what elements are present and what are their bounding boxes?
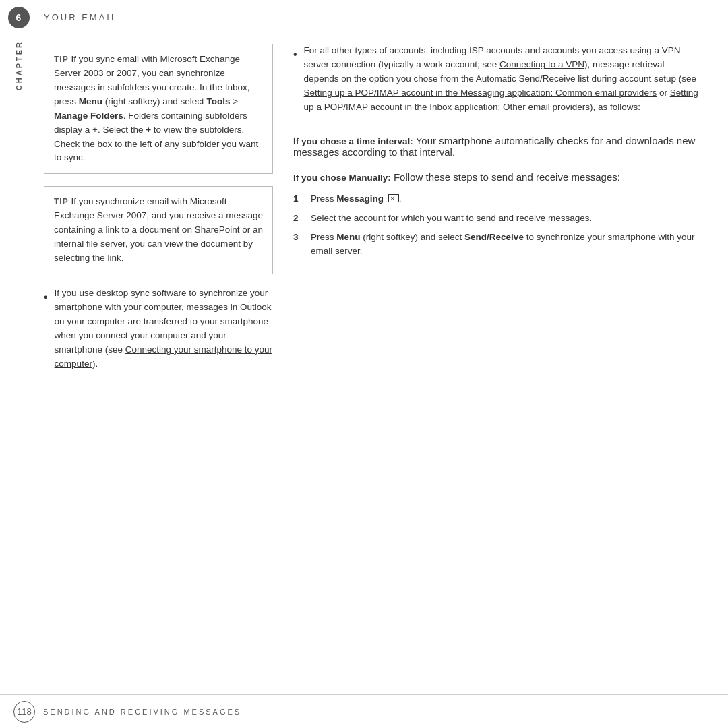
main-content: TIP If you sync email with Microsoft Exc… [44, 44, 701, 691]
footer-section-title: SENDING AND RECEIVING MESSAGES [43, 708, 241, 716]
connecting-vpn-link[interactable]: Connecting to a VPN [499, 59, 584, 69]
tip1-text: If you sync email with Microsoft Exchang… [54, 54, 258, 162]
messaging-icon [388, 194, 399, 202]
header-divider [37, 34, 728, 34]
tip-box-1: TIP If you sync email with Microsoft Exc… [44, 44, 273, 174]
right-bullet-dot: • [293, 47, 297, 115]
connecting-smartphone-link[interactable]: Connecting your smartphone to your compu… [55, 344, 272, 369]
step-number-3: 3 [293, 231, 303, 259]
page-footer: 118 SENDING AND RECEIVING MESSAGES [0, 694, 728, 728]
left-bullet-text-1: If you use desktop sync software to sync… [55, 286, 273, 371]
chapter-sidebar: 6 CHAPTER [0, 0, 37, 728]
time-interval-label: If you chose a time interval: [293, 136, 413, 146]
right-bullet-item-1: • For all other types of accounts, inclu… [293, 44, 701, 115]
step-1-text: Press Messaging . [311, 192, 402, 206]
manually-text: Follow these steps to send and receive m… [391, 171, 620, 183]
step-3: 3 Press Menu (right softkey) and select … [293, 231, 701, 259]
page-header: YOUR EMAIL [44, 12, 701, 22]
time-interval-block: If you chose a time interval: Your smart… [293, 135, 701, 158]
left-bullet-item-1: • If you use desktop sync software to sy… [44, 286, 273, 371]
tip2-text: If you synchronize email with Microsoft … [54, 196, 263, 263]
step-2: 2 Select the account for which you want … [293, 212, 701, 226]
left-bullet-list: • If you use desktop sync software to sy… [44, 286, 273, 371]
step3-sendreceive-bold: Send/Receive [464, 232, 524, 242]
chapter-label: CHAPTER [15, 40, 23, 90]
right-column: • For all other types of accounts, inclu… [293, 44, 701, 691]
tip1-menu-bold: Menu [79, 96, 102, 107]
manually-label: If you chose Manually: [293, 173, 391, 183]
footer-page-number: 118 [13, 701, 35, 723]
tip1-plus-bold: + [146, 125, 151, 135]
step1-messaging-bold: Messaging [336, 193, 384, 204]
chapter-number: 6 [8, 7, 30, 28]
tip1-manage-bold: Manage Folders [54, 111, 123, 121]
tip2-label: TIP [54, 197, 69, 206]
step-2-text: Select the account for which you want to… [311, 212, 592, 226]
header-title: YOUR EMAIL [44, 12, 118, 22]
tip1-label: TIP [54, 55, 69, 64]
tip1-tools-bold: Tools [207, 96, 231, 107]
bullet-dot-1: • [44, 289, 48, 371]
right-bullet-text: For all other types of accounts, includi… [304, 44, 701, 115]
numbered-steps-list: 1 Press Messaging . 2 Select the account… [293, 192, 701, 260]
step-3-text: Press Menu (right softkey) and select Se… [311, 231, 701, 259]
pop-imap-messaging-link[interactable]: Setting up a POP/IMAP account in the Mes… [304, 88, 657, 98]
tip-box-2: TIP If you synchronize email with Micros… [44, 186, 273, 274]
step-1: 1 Press Messaging . [293, 192, 701, 206]
manually-block: If you chose Manually: Follow these step… [293, 171, 701, 183]
left-column: TIP If you sync email with Microsoft Exc… [44, 44, 273, 691]
step3-menu-bold: Menu [336, 232, 360, 242]
step-number-1: 1 [293, 192, 303, 206]
step-number-2: 2 [293, 212, 303, 226]
